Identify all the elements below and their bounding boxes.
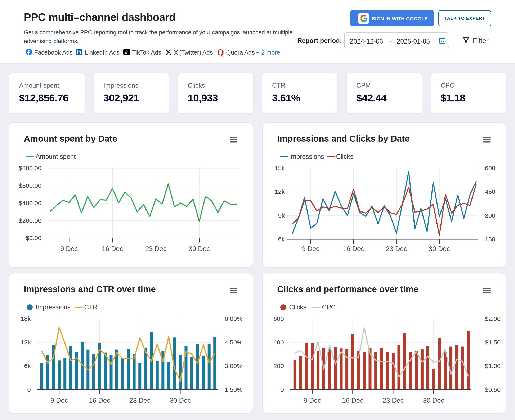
svg-text:9 Dec: 9 Dec — [304, 397, 321, 404]
svg-text:15k: 15k — [275, 165, 285, 172]
svg-text:CPC: CPC — [322, 303, 336, 311]
svg-text:Amount spent by Date: Amount spent by Date — [24, 134, 117, 143]
svg-text:18k: 18k — [21, 315, 31, 322]
svg-text:30 Dec: 30 Dec — [423, 397, 444, 404]
svg-text:4.50%: 4.50% — [225, 339, 242, 346]
svg-text:30 Dec: 30 Dec — [429, 245, 450, 253]
svg-text:30 Dec: 30 Dec — [169, 397, 191, 404]
svg-text:200: 200 — [273, 362, 284, 369]
svg-text:3.00%: 3.00% — [225, 362, 242, 369]
svg-text:$2.00: $2.00 — [485, 315, 500, 322]
svg-text:$0.00: $0.00 — [26, 234, 41, 241]
svg-text:Clicks: Clicks — [336, 153, 354, 160]
svg-text:450: 450 — [485, 188, 495, 195]
svg-text:300: 300 — [485, 212, 495, 219]
svg-text:150: 150 — [485, 236, 495, 243]
svg-text:Impressions and CTR over time: Impressions and CTR over time — [24, 284, 156, 294]
svg-text:600: 600 — [273, 315, 284, 322]
svg-text:$400.00: $400.00 — [19, 200, 41, 206]
svg-text:$1.50: $1.50 — [485, 339, 500, 346]
svg-text:23 Dec: 23 Dec — [129, 397, 151, 404]
svg-text:400: 400 — [273, 339, 284, 346]
svg-text:12k: 12k — [275, 188, 285, 195]
svg-text:$800.00: $800.00 — [19, 165, 41, 172]
svg-text:Impressions and Clicks by Date: Impressions and Clicks by Date — [277, 134, 410, 143]
svg-text:Clicks and performance over ti: Clicks and performance over time — [277, 284, 418, 294]
svg-text:Amount spent: Amount spent — [36, 153, 76, 160]
svg-text:Clicks: Clicks — [289, 303, 307, 311]
svg-text:9 Dec: 9 Dec — [60, 245, 78, 253]
svg-text:Impressions: Impressions — [36, 303, 70, 311]
svg-text:23 Dec: 23 Dec — [145, 245, 166, 253]
svg-text:23 Dec: 23 Dec — [383, 397, 404, 404]
svg-text:Impressions: Impressions — [289, 153, 324, 160]
svg-text:9 Dec: 9 Dec — [50, 397, 68, 404]
svg-text:$1.00: $1.00 — [485, 362, 500, 369]
svg-text:12k: 12k — [21, 339, 31, 346]
svg-text:9 Dec: 9 Dec — [302, 245, 319, 253]
svg-text:6k: 6k — [278, 236, 285, 243]
svg-text:6.00%: 6.00% — [225, 315, 242, 322]
svg-text:CTR: CTR — [84, 303, 98, 311]
svg-text:600: 600 — [485, 165, 495, 172]
svg-text:9k: 9k — [278, 212, 285, 219]
svg-text:23 Dec: 23 Dec — [386, 245, 407, 253]
svg-text:30 Dec: 30 Dec — [189, 245, 210, 253]
svg-text:$200.00: $200.00 — [19, 217, 41, 224]
svg-text:$600.00: $600.00 — [19, 182, 41, 189]
svg-text:6k: 6k — [24, 362, 31, 369]
svg-text:0: 0 — [280, 386, 284, 393]
svg-text:16 Dec: 16 Dec — [343, 245, 364, 253]
svg-text:16 Dec: 16 Dec — [89, 397, 110, 404]
svg-text:16 Dec: 16 Dec — [342, 397, 363, 404]
svg-text:$0.50: $0.50 — [485, 386, 500, 393]
svg-text:1.50%: 1.50% — [225, 386, 242, 393]
svg-text:0: 0 — [27, 386, 31, 393]
svg-text:16 Dec: 16 Dec — [102, 245, 123, 253]
